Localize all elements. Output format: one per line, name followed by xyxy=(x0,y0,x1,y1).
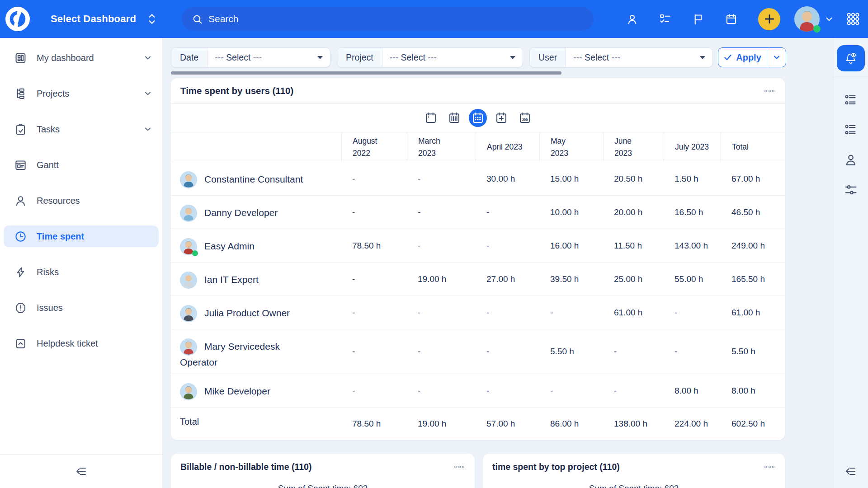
hours-cell: 8.00 h xyxy=(664,374,721,407)
calendar-quarter-icon xyxy=(495,112,508,124)
total-label: Total xyxy=(171,408,341,440)
helpdesk-icon xyxy=(14,338,27,350)
billable-panel: Billable / non-billable time (110) Sum o… xyxy=(171,454,475,488)
apply-button[interactable]: Apply xyxy=(718,48,767,67)
caret-down-icon xyxy=(700,56,705,59)
hours-cell: - xyxy=(341,374,407,407)
saved-filters-icon[interactable] xyxy=(844,123,858,137)
table-header-row: August 2022March 2023April 2023May 2023J… xyxy=(171,132,785,162)
user-name-cell[interactable]: Constantine Consultant xyxy=(171,162,341,195)
hours-cell: 39.50 h xyxy=(539,263,603,296)
flag-icon[interactable] xyxy=(692,13,704,25)
app-logo-icon[interactable] xyxy=(5,7,30,31)
sidebar-item-tasks[interactable]: Tasks xyxy=(4,118,159,140)
hours-cell: 61.00 h xyxy=(721,296,785,329)
table-row[interactable]: Danny Developer---10.00 h20.00 h16.50 h4… xyxy=(171,196,785,229)
risks-icon xyxy=(14,266,27,278)
table-row[interactable]: Easy Admin78.50 h--16.00 h11.50 h143.00 … xyxy=(171,229,785,263)
panel-menu-icon[interactable] xyxy=(764,87,775,95)
dashboard-selector[interactable]: Select Dashboard xyxy=(51,0,158,38)
calendar-icon[interactable] xyxy=(725,13,737,25)
table-row[interactable]: Constantine Consultant--30.00 h15.00 h20… xyxy=(171,162,785,196)
time-spent-panel-header: Time spent by users (110) xyxy=(171,78,785,103)
user-name: Julia Product Owner xyxy=(204,308,290,318)
hours-cell: 55.00 h xyxy=(664,263,721,296)
hours-cell: 15.00 h xyxy=(539,162,603,195)
user-name-cell[interactable]: Easy Admin xyxy=(171,229,341,262)
sidebar-item-gantt[interactable]: Gantt xyxy=(4,154,159,176)
user-avatar[interactable] xyxy=(794,6,820,32)
column-header: May 2023 xyxy=(539,132,603,162)
date-filter-label: Date xyxy=(171,48,208,67)
notifications-button[interactable] xyxy=(837,45,865,71)
hours-cell: - xyxy=(539,374,603,407)
hours-cell: 19.00 h xyxy=(407,263,476,296)
sidebar-item-resources[interactable]: Resources xyxy=(4,190,159,211)
apps-grid-icon[interactable] xyxy=(846,12,860,26)
sidebar-item-projects[interactable]: Projects xyxy=(4,83,159,104)
scrollbar-thumb[interactable] xyxy=(171,71,561,75)
user-filter[interactable]: User --- Select --- xyxy=(529,47,713,67)
avatar xyxy=(180,338,197,356)
sidebar-item-label: Tasks xyxy=(37,124,60,135)
user-name-cell[interactable]: Ian IT Expert xyxy=(171,263,341,296)
calendar-year-icon: 365 xyxy=(519,112,531,124)
column-header: June 2023 xyxy=(603,132,664,162)
column-header: April 2023 xyxy=(476,132,539,162)
avatar xyxy=(180,272,197,289)
hours-cell: 165.50 h xyxy=(721,263,785,296)
table-row[interactable]: Mary Servicedesk Operator---5.50 h--5.50… xyxy=(171,329,785,374)
panel-menu-icon[interactable] xyxy=(764,463,775,471)
divider xyxy=(834,77,868,77)
panel-title: Billable / non-billable time (110) xyxy=(180,462,311,472)
view-toggle-quarter[interactable] xyxy=(492,109,510,127)
calendar-view-toggles: 365 xyxy=(171,104,785,132)
total-hours-cell: 602.50 h xyxy=(721,408,785,440)
total-hours-cell: 57.00 h xyxy=(476,408,539,440)
table-row[interactable]: Julia Product Owner----61.00 h-61.00 h xyxy=(171,296,785,329)
hours-cell: 25.00 h xyxy=(603,263,664,296)
user-name-cell[interactable]: Mary Servicedesk Operator xyxy=(171,329,341,374)
total-hours-cell: 138.00 h xyxy=(603,408,664,440)
date-filter-value: --- Select --- xyxy=(215,52,262,63)
user-name-cell[interactable]: Danny Developer xyxy=(171,196,341,229)
spent-time-summary: Sum of Spent time: 603 xyxy=(171,483,475,488)
hours-cell: 1.50 h xyxy=(664,162,721,195)
checklist-icon[interactable] xyxy=(659,13,671,25)
collapse-panel-icon[interactable] xyxy=(844,465,858,478)
sidebar-item-helpdesk-ticket[interactable]: Helpdesk ticket xyxy=(4,333,159,354)
hours-cell: - xyxy=(341,296,407,329)
sidebar-item-my-dashboard[interactable]: My dashboard xyxy=(4,47,159,69)
hours-cell: - xyxy=(476,296,539,329)
spent-time-summary: Sum of Spent time: 603 xyxy=(483,483,785,488)
hours-cell: 5.50 h xyxy=(539,329,603,374)
time-spent-table: August 2022March 2023April 2023May 2023J… xyxy=(171,132,785,440)
collapse-sidebar-icon[interactable] xyxy=(75,465,88,478)
user-name-cell[interactable]: Mike Developer xyxy=(171,374,341,407)
saved-filters-icon[interactable] xyxy=(844,94,858,107)
date-filter[interactable]: Date --- Select --- xyxy=(171,47,330,67)
project-filter[interactable]: Project --- Select --- xyxy=(337,47,523,67)
hours-cell: 61.00 h xyxy=(603,296,664,329)
table-row[interactable]: Mike Developer-----8.00 h8.00 h xyxy=(171,374,785,408)
hours-cell: 5.50 h xyxy=(721,329,785,374)
chevron-down-icon[interactable] xyxy=(824,14,834,24)
search-input[interactable] xyxy=(208,14,584,24)
dashboard-icon xyxy=(14,52,27,64)
person-icon[interactable] xyxy=(844,153,858,167)
apply-options-button[interactable] xyxy=(767,48,786,67)
panel-menu-icon[interactable] xyxy=(453,463,465,471)
view-toggle-month[interactable] xyxy=(469,109,487,127)
view-toggle-week[interactable] xyxy=(445,109,463,127)
person-icon[interactable] xyxy=(626,13,638,25)
user-name-cell[interactable]: Julia Product Owner xyxy=(171,296,341,329)
sidebar-item-time-spent[interactable]: Time spent xyxy=(4,225,159,247)
sliders-icon[interactable] xyxy=(844,183,858,197)
hours-cell: 30.00 h xyxy=(476,162,539,195)
view-toggle-year[interactable]: 365 xyxy=(516,109,534,127)
sidebar-item-issues[interactable]: Issues xyxy=(4,297,159,319)
table-row[interactable]: Ian IT Expert-19.00 h27.00 h39.50 h25.00… xyxy=(171,263,785,296)
add-new-button[interactable] xyxy=(758,8,780,30)
view-toggle-day[interactable] xyxy=(422,109,440,127)
sidebar-item-risks[interactable]: Risks xyxy=(4,261,159,283)
